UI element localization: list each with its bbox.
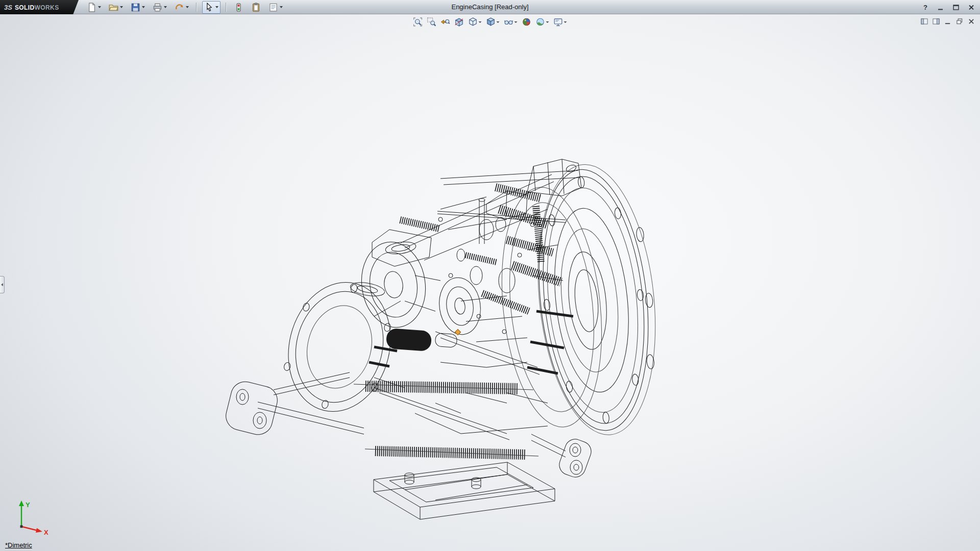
section-view-button[interactable] <box>455 17 464 27</box>
wireframe-engine-model[interactable] <box>221 148 660 525</box>
dropdown-caret[interactable] <box>564 21 567 23</box>
clipboard-icon <box>251 3 261 12</box>
undo-icon <box>175 3 184 12</box>
file-properties-button[interactable] <box>249 1 263 14</box>
previous-view-icon <box>441 17 450 27</box>
dropdown-caret[interactable] <box>142 6 145 8</box>
select-button[interactable] <box>202 1 220 14</box>
doc-restore-button[interactable] <box>956 18 963 27</box>
dropdown-caret[interactable] <box>280 6 283 8</box>
select-cursor-icon <box>204 3 214 12</box>
dropdown-caret[interactable] <box>546 21 549 23</box>
pane-left-icon <box>921 18 928 25</box>
pane-right-icon <box>933 18 940 25</box>
minimize-button[interactable] <box>936 3 945 12</box>
view-settings-icon <box>554 17 563 27</box>
zoom-to-area-button[interactable] <box>427 17 436 27</box>
dropdown-caret[interactable] <box>120 6 123 8</box>
edit-appearance-button[interactable] <box>522 17 531 27</box>
close-icon <box>968 18 975 25</box>
x-axis-arrow <box>36 528 42 533</box>
hide-show-items-button[interactable] <box>504 17 518 27</box>
maximize-button[interactable] <box>951 3 961 12</box>
help-icon: ? <box>923 4 927 11</box>
toolbar-separator <box>196 3 197 12</box>
view-orientation-button[interactable] <box>469 17 482 27</box>
view-orientation-icon <box>469 17 478 27</box>
minimize-icon <box>944 18 951 25</box>
title-bar: 3S SOLIDWORKS <box>0 0 980 14</box>
dropdown-caret[interactable] <box>479 21 482 23</box>
hide-show-items-icon <box>504 17 513 27</box>
close-icon <box>968 4 975 11</box>
dropdown-caret[interactable] <box>514 21 518 23</box>
new-document-icon <box>87 3 96 12</box>
dropdown-caret[interactable] <box>164 6 167 8</box>
close-button[interactable] <box>967 3 976 12</box>
dropdown-caret[interactable] <box>98 6 101 8</box>
zoom-to-area-icon <box>427 17 436 27</box>
apply-scene-icon <box>536 17 545 27</box>
apply-scene-button[interactable] <box>536 17 549 27</box>
view-settings-button[interactable] <box>554 17 567 27</box>
dropdown-caret[interactable] <box>186 6 189 8</box>
pane-right-button[interactable] <box>933 18 940 27</box>
previous-view-button[interactable] <box>441 17 450 27</box>
reference-triad[interactable]: Y X <box>6 496 52 537</box>
origin-marker <box>455 329 460 335</box>
doc-close-button[interactable] <box>968 18 975 27</box>
restore-icon <box>956 18 963 25</box>
traffic-light-icon <box>234 3 243 12</box>
caption-controls: ? <box>921 0 976 14</box>
save-button[interactable] <box>129 1 147 14</box>
options-button[interactable] <box>266 1 285 14</box>
main-toolbar <box>85 0 285 14</box>
pane-left-button[interactable] <box>921 18 928 27</box>
xpress-products-button[interactable] <box>232 1 246 14</box>
x-axis-label: X <box>44 529 48 536</box>
toolbar-separator <box>226 3 227 12</box>
maximize-icon <box>952 4 960 11</box>
new-button[interactable] <box>85 1 103 14</box>
graphics-viewport[interactable]: Y X *Dimetric <box>0 14 980 551</box>
doc-minimize-button[interactable] <box>944 18 951 27</box>
display-style-icon <box>486 17 496 27</box>
print-button[interactable] <box>151 1 169 14</box>
view-orientation-label: *Dimetric <box>5 541 32 549</box>
section-view-icon <box>455 17 464 27</box>
y-axis-label: Y <box>26 501 30 509</box>
help-button[interactable]: ? <box>921 3 930 12</box>
triad-origin <box>20 525 23 528</box>
chevron-left-icon <box>1 283 3 286</box>
print-icon <box>153 3 162 12</box>
zoom-to-fit-button[interactable] <box>413 17 423 27</box>
open-button[interactable] <box>107 1 125 14</box>
options-sheet-icon <box>268 3 278 12</box>
dropdown-caret[interactable] <box>497 21 500 23</box>
solidworks-logo-icon: 3S <box>4 4 12 11</box>
headsup-view-toolbar <box>413 17 567 27</box>
document-window-controls <box>921 18 975 27</box>
y-axis-arrow <box>19 500 24 506</box>
feature-manager-collapsed-tab[interactable] <box>0 276 5 293</box>
save-icon <box>131 3 140 12</box>
dropdown-caret[interactable] <box>215 6 218 8</box>
minimize-icon <box>937 4 944 11</box>
open-folder-icon <box>109 3 118 12</box>
brand-text: SOLIDWORKS <box>15 3 59 12</box>
zoom-to-fit-icon <box>413 17 423 27</box>
display-style-button[interactable] <box>486 17 500 27</box>
undo-button[interactable] <box>173 1 191 14</box>
solidworks-logo: 3S SOLIDWORKS <box>0 0 79 14</box>
edit-appearance-icon <box>522 17 531 27</box>
